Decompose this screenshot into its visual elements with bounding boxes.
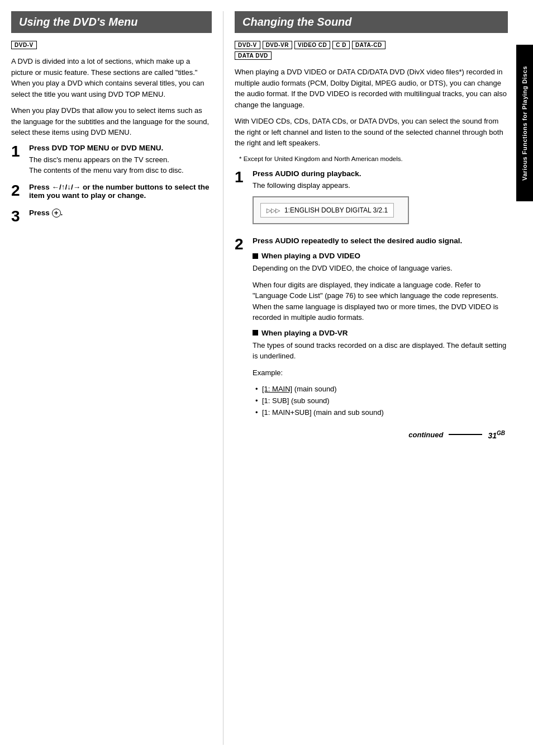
left-intro-para-1: A DVD is divided into a lot of sections,… bbox=[11, 56, 212, 100]
subsection-dvd-vr: When playing a DVD-VR The types of sound… bbox=[253, 329, 508, 419]
right-step-1-title: Press AUDIO during playback. bbox=[253, 169, 508, 178]
left-step-3-symbol: + bbox=[52, 209, 61, 218]
left-step-1-title: Press DVD TOP MENU or DVD MENU. bbox=[29, 144, 212, 152]
subsection-dvdvideo-para2: When four digits are displayed, they ind… bbox=[253, 280, 508, 323]
subsection-dvdvr-title: When playing a DVD-VR bbox=[261, 329, 348, 337]
page-number: 31GB bbox=[488, 430, 505, 440]
right-footnote: * Except for United Kingdom and North Am… bbox=[239, 154, 508, 164]
left-intro-para-2: When you play DVDs that allow you to sel… bbox=[11, 105, 212, 138]
continued-footer: continued 31GB bbox=[235, 430, 508, 440]
badge-dvdvr: DVD-VR bbox=[263, 41, 292, 49]
left-badge-row: DVD-V bbox=[11, 41, 212, 49]
right-intro-para-2: With VIDEO CDs, CDs, DATA CDs, or DATA D… bbox=[235, 116, 508, 149]
continued-line bbox=[449, 434, 482, 435]
left-column: Using the DVD's Menu DVD-V A DVD is divi… bbox=[11, 11, 223, 745]
right-section-title: Changing the Sound bbox=[235, 11, 508, 33]
left-section-title: Using the DVD's Menu bbox=[11, 11, 212, 33]
black-square-icon-2 bbox=[253, 330, 258, 336]
display-icon: ▷▷▷ bbox=[266, 207, 280, 214]
badge-cd: C D bbox=[332, 41, 350, 49]
left-step-2: 2 Press ←/↑/↓/→ or the number buttons to… bbox=[11, 183, 212, 202]
bullet-item-3: [1: MAIN+SUB] (main and sub sound) bbox=[255, 407, 508, 419]
left-step-3-content: Press +. bbox=[29, 209, 212, 220]
right-step-1-body: The following display appears. bbox=[253, 180, 508, 191]
subsection-dvdvr-para1: The types of sound tracks recorded on a … bbox=[253, 340, 508, 362]
right-step-2-title: Press AUDIO repeatedly to select the des… bbox=[253, 237, 508, 245]
display-text: 1:ENGLISH DOLBY DIGITAL 3/2.1 bbox=[284, 206, 388, 214]
side-tab-text: Various Functions for Playing Discs bbox=[521, 65, 528, 180]
display-box: ▷▷▷ 1:ENGLISH DOLBY DIGITAL 3/2.1 bbox=[253, 196, 409, 224]
left-step-1-body-line2: The contents of the menu vary from disc … bbox=[29, 166, 184, 174]
left-step-2-content: Press ←/↑/↓/→ or the number buttons to s… bbox=[29, 183, 212, 202]
right-step-2-content: Press AUDIO repeatedly to select the des… bbox=[253, 237, 508, 418]
badge-videocd: VIDEO CD bbox=[294, 41, 330, 49]
content-area: Using the DVD's Menu DVD-V A DVD is divi… bbox=[0, 0, 516, 756]
bullet-item-2: [1: SUB] (sub sound) bbox=[255, 395, 508, 407]
right-badge-row-2: DATA DVD bbox=[235, 51, 508, 60]
left-step-3-title: Press +. bbox=[29, 209, 212, 218]
left-step-3-prefix: Press bbox=[29, 209, 52, 217]
badge-datadvd: DATA DVD bbox=[235, 51, 272, 60]
left-step-1-number: 1 bbox=[11, 144, 23, 159]
left-step-1-content: Press DVD TOP MENU or DVD MENU. The disc… bbox=[29, 144, 212, 176]
subsection-dvdvideo-title: When playing a DVD VIDEO bbox=[261, 252, 360, 260]
right-badge-row: DVD-V DVD-VR VIDEO CD C D DATA-CD bbox=[235, 41, 508, 49]
left-step-3-suffix: . bbox=[61, 209, 63, 217]
continued-label: continued bbox=[408, 431, 443, 439]
left-step-3-number: 3 bbox=[11, 209, 23, 224]
subsection-dvdvr-para2: Example: bbox=[253, 367, 508, 379]
bullet-item-1: [1: MAIN] (main sound) bbox=[255, 384, 508, 395]
right-step-1-number: 1 bbox=[235, 169, 247, 185]
bullet-2-text: [1: SUB] (sub sound) bbox=[262, 396, 330, 405]
left-step-1-body-line1: The disc's menu appears on the TV screen… bbox=[29, 155, 169, 164]
right-step-1-content: Press AUDIO during playback. The followi… bbox=[253, 169, 508, 230]
black-square-icon bbox=[253, 253, 258, 259]
bullet-1-text: (main sound) bbox=[294, 385, 337, 393]
bullet-3-text: [1: MAIN+SUB] (main and sub sound) bbox=[262, 408, 384, 417]
subsection-dvdvideo-header: When playing a DVD VIDEO bbox=[253, 252, 508, 260]
left-step-2-title: Press ←/↑/↓/→ or the number buttons to s… bbox=[29, 183, 212, 200]
page-container: Various Functions for Playing Discs Usin… bbox=[0, 0, 533, 756]
right-step-2-number: 2 bbox=[235, 237, 247, 252]
left-badge-dvdv: DVD-V bbox=[11, 41, 37, 49]
right-step-2: 2 Press AUDIO repeatedly to select the d… bbox=[235, 237, 508, 418]
page-gb: GB bbox=[497, 430, 505, 436]
display-inner: ▷▷▷ 1:ENGLISH DOLBY DIGITAL 3/2.1 bbox=[260, 203, 394, 218]
side-tab: Various Functions for Playing Discs bbox=[516, 45, 533, 201]
subsection-dvdvr-header: When playing a DVD-VR bbox=[253, 329, 508, 337]
bullet-list: [1: MAIN] (main sound) [1: SUB] (sub sou… bbox=[253, 384, 508, 418]
bullet-1-underline: [1: MAIN] bbox=[262, 385, 292, 393]
subsection-dvd-video: When playing a DVD VIDEO Depending on th… bbox=[253, 252, 508, 323]
badge-datacd: DATA-CD bbox=[352, 41, 386, 49]
subsection-dvdvideo-para1: Depending on the DVD VIDEO, the choice o… bbox=[253, 263, 508, 274]
left-step-2-number: 2 bbox=[11, 183, 23, 199]
left-step-1: 1 Press DVD TOP MENU or DVD MENU. The di… bbox=[11, 144, 212, 176]
right-intro-para-1: When playing a DVD VIDEO or DATA CD/DATA… bbox=[235, 67, 508, 110]
left-step-3: 3 Press +. bbox=[11, 209, 212, 224]
right-step-1: 1 Press AUDIO during playback. The follo… bbox=[235, 169, 508, 230]
page-num-value: 31 bbox=[488, 431, 497, 440]
left-step-1-body: The disc's menu appears on the TV screen… bbox=[29, 154, 212, 176]
badge-dvdv: DVD-V bbox=[235, 41, 260, 49]
right-column: Changing the Sound DVD-V DVD-VR VIDEO CD… bbox=[223, 11, 508, 745]
